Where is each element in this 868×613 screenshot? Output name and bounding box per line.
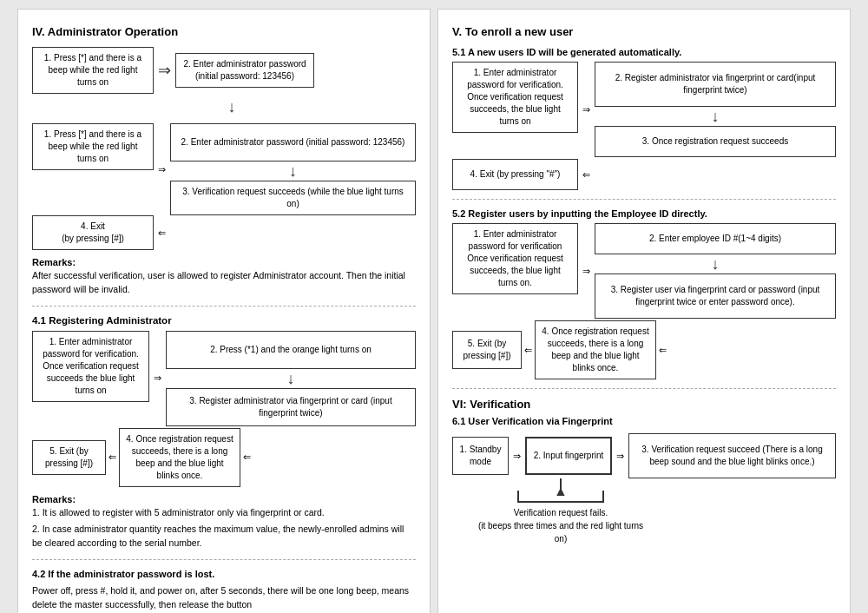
section6-title: VI: Verification: [452, 398, 836, 411]
s52-arrow2: ⇐: [656, 345, 669, 356]
s52-arrow3: ⇐: [522, 345, 535, 356]
s41-box2: 2. Press (*1) and the orange light turns…: [166, 331, 416, 369]
s41-remarks-line2: 2. In case administrator quantity reache…: [32, 523, 416, 550]
s41-remarks-line1: 1. It is allowed to register with 5 admi…: [32, 506, 416, 520]
iv-arrow-l1: ⇐: [154, 227, 170, 239]
s61-arrow2: ⇒: [612, 451, 628, 462]
iv-arrow-r1: ⇒: [154, 123, 170, 215]
s52-box1: 1. Enter administrator password for veri…: [452, 223, 578, 294]
iv-flow-box4: 4. Exit(by pressing [#]): [32, 215, 154, 250]
s61-fail-text: Verification request fails.(it beeps thr…: [474, 506, 648, 545]
s51-box2: 2. Register administrator via fingerprin…: [595, 62, 836, 107]
s52-box5: 5. Exit (by pressing [#]): [452, 331, 522, 369]
s61-box3: 3. Verification request succeed (There i…: [628, 433, 836, 478]
left-page-title: IV. Administrator Operation: [32, 25, 416, 38]
s61-flow: 1. Standby mode ⇒ 2. Input fingerprint ⇒…: [452, 433, 836, 549]
iv-flow-box3: 3. Verification request succeeds (while …: [170, 181, 416, 215]
iv-arrow1: ⇒: [158, 61, 171, 80]
iv-remarks: Remarks: After successful verification, …: [32, 257, 416, 297]
s61-arrow1: ⇒: [509, 451, 525, 462]
left-page: IV. Administrator Operation 1. Press [*]…: [17, 9, 431, 613]
s52-box4: 4. Once registration request succeeds, t…: [535, 320, 656, 379]
s52-arrow1: ⇒: [578, 223, 595, 319]
s41-arrow3: ⇐: [106, 452, 119, 463]
s51-arrow2: ⇐: [578, 169, 595, 181]
section51-title: 5.1 A new users ID will be generated aut…: [452, 47, 836, 57]
s51-arrow1: ⇒: [578, 62, 595, 157]
section61-title: 6.1 User Verification via Fingerprint: [452, 416, 836, 426]
right-page: V. To enroll a new user 5.1 A new users …: [437, 9, 851, 613]
s41-remarks-title: Remarks:: [32, 494, 416, 504]
s52-box3: 3. Register user via fingerprint card or…: [595, 274, 836, 319]
iv-down-arrow: ↓: [289, 163, 297, 179]
section52-title: 5.2 Register users by inputting the Empl…: [452, 208, 836, 219]
s52-box2: 2. Enter employee ID #(1~4 digits): [595, 223, 836, 254]
s41-flow: 1. Enter administrator password for veri…: [32, 331, 416, 487]
iv-box2: 2. Enter administrator password (initial…: [175, 53, 314, 88]
s41-box5: 5. Exit (by pressing [#]): [32, 440, 106, 475]
iv-box1: 1. Press [*] and there is a beep while t…: [32, 47, 154, 94]
s52-down: ↓: [712, 256, 720, 272]
s61-box2: 2. Input fingerprint: [525, 437, 612, 475]
s51-box3: 3. Once registration request succeeds: [595, 126, 836, 157]
s51-box4: 4. Exit (by pressing "#"): [452, 159, 578, 190]
s51-down: ↓: [712, 109, 720, 124]
right-page-title: V. To enroll a new user: [452, 25, 836, 38]
s41-box1: 1. Enter administrator password for veri…: [32, 331, 149, 402]
s41-down: ↓: [287, 371, 295, 386]
s41-remarks: Remarks: 1. It is allowed to register wi…: [32, 494, 416, 550]
iv-flow-box2: 2. Enter administrator password (initial…: [170, 123, 416, 161]
s51-box1: 1. Enter administrator password for veri…: [452, 62, 578, 133]
s41-box4: 4. Once registration request succeeds, t…: [119, 428, 240, 487]
s41-arrow2: ⇐: [240, 452, 253, 463]
flow-row-1: 1. Press [*] and there is a beep while t…: [32, 47, 416, 94]
s41-arrow1: ⇒: [149, 331, 166, 426]
iv-arrow-down1: ↓: [162, 99, 301, 115]
section42-title: 4.2 If the administrator password is los…: [32, 569, 416, 579]
section-iv-flow: 1. Press [*] and there is a beep while t…: [32, 47, 416, 116]
section41-title: 4.1 Registering Administrator: [32, 315, 416, 326]
s51-flow: 1. Enter administrator password for veri…: [452, 62, 836, 190]
iv-flow-box1: 1. Press [*] and there is a beep while t…: [32, 123, 154, 170]
section42-text: Power off, press #, hold it, and power o…: [32, 584, 416, 612]
iv-remarks-title: Remarks:: [32, 257, 416, 267]
s52-flow: 1. Enter administrator password for veri…: [452, 223, 836, 379]
iv-main-flow: 1. Press [*] and there is a beep while t…: [32, 123, 416, 250]
s61-box1: 1. Standby mode: [452, 437, 509, 475]
s41-box3: 3. Register administrator via fingerprin…: [166, 388, 416, 426]
iv-remarks-text: After successful verification, user is a…: [32, 269, 416, 297]
